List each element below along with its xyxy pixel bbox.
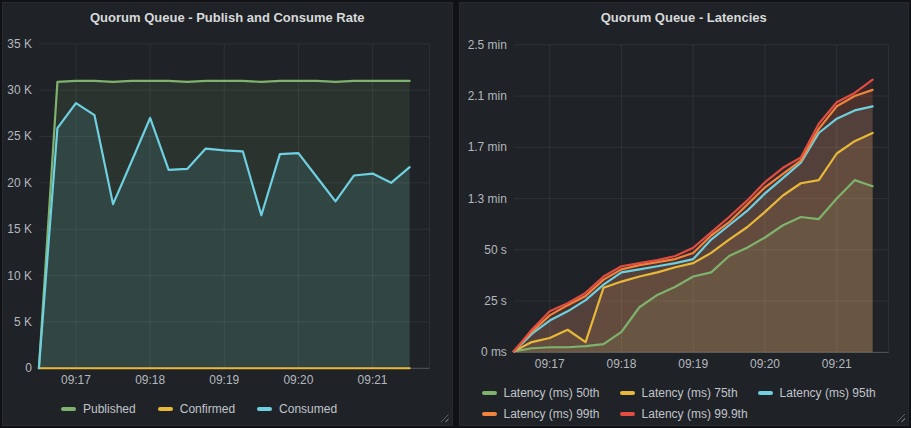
- y-tick-label: 10 K: [7, 269, 32, 283]
- chart-canvas-latencies[interactable]: 0 ms25 s50 s1.3 min1.7 min2.1 min2.5 min…: [460, 3, 909, 425]
- x-tick-label: 09:18: [606, 357, 636, 371]
- y-tick-label: 1.3 min: [467, 192, 506, 206]
- legend-label: Confirmed: [180, 402, 235, 416]
- x-tick-label: 09:21: [358, 373, 388, 387]
- x-tick-label: 09:21: [821, 357, 851, 371]
- legend-item-latency-ms-75th[interactable]: Latency (ms) 75th: [620, 386, 738, 400]
- legend-publish-consume: PublishedConfirmedConsumed: [61, 402, 337, 416]
- legend-label: Published: [83, 402, 136, 416]
- legend-swatch-icon: [758, 391, 773, 395]
- y-tick-label: 30 K: [7, 83, 32, 97]
- legend-item-latency-ms-99-9th[interactable]: Latency (ms) 99.9th: [620, 407, 748, 421]
- x-tick-label: 09:19: [678, 357, 708, 371]
- y-tick-label: 25 K: [7, 129, 32, 143]
- y-tick-label: 5 K: [14, 315, 32, 329]
- y-tick-label: 1.7 min: [467, 140, 506, 154]
- legend-label: Latency (ms) 75th: [642, 386, 738, 400]
- y-tick-label: 35 K: [7, 37, 32, 51]
- y-tick-label: 50 s: [484, 243, 507, 257]
- y-tick-label: 0: [25, 361, 32, 375]
- x-tick-label: 09:17: [61, 373, 91, 387]
- y-tick-label: 25 s: [484, 294, 507, 308]
- y-tick-label: 2.5 min: [467, 38, 506, 52]
- legend-swatch-icon: [158, 407, 173, 411]
- dashboard: Quorum Queue - Publish and Consume Rate …: [0, 0, 911, 428]
- y-tick-label: 0 ms: [480, 345, 506, 359]
- x-tick-label: 09:20: [750, 357, 780, 371]
- y-tick-label: 2.1 min: [467, 89, 506, 103]
- legend-swatch-icon: [482, 391, 497, 395]
- legend-swatch-icon: [482, 412, 497, 416]
- legend-label: Latency (ms) 99.9th: [642, 407, 748, 421]
- x-tick-label: 09:17: [534, 357, 564, 371]
- legend-item-consumed[interactable]: Consumed: [257, 402, 337, 416]
- x-tick-label: 09:20: [283, 373, 313, 387]
- legend-item-latency-ms-50th[interactable]: Latency (ms) 50th: [482, 386, 600, 400]
- panel-latencies: Quorum Queue - Latencies 0 ms25 s50 s1.3…: [459, 2, 910, 426]
- legend-label: Consumed: [279, 402, 337, 416]
- chart-canvas-publish-consume[interactable]: 05 K10 K15 K20 K25 K30 K35 K09:1709:1809…: [3, 3, 452, 425]
- legend-swatch-icon: [620, 391, 635, 395]
- panel-publish-consume-rate: Quorum Queue - Publish and Consume Rate …: [2, 2, 453, 426]
- legend-latencies: Latency (ms) 50thLatency (ms) 75thLatenc…: [482, 386, 886, 421]
- y-tick-label: 15 K: [7, 222, 32, 236]
- legend-swatch-icon: [620, 412, 635, 416]
- legend-item-latency-ms-95th[interactable]: Latency (ms) 95th: [758, 386, 876, 400]
- legend-item-confirmed[interactable]: Confirmed: [158, 402, 235, 416]
- x-tick-label: 09:19: [209, 373, 239, 387]
- panel-title-publish-consume[interactable]: Quorum Queue - Publish and Consume Rate: [3, 3, 452, 25]
- legend-label: Latency (ms) 50th: [504, 386, 600, 400]
- x-tick-label: 09:18: [135, 373, 165, 387]
- panel-title-latencies[interactable]: Quorum Queue - Latencies: [460, 3, 909, 25]
- legend-item-published[interactable]: Published: [61, 402, 136, 416]
- legend-label: Latency (ms) 99th: [504, 407, 600, 421]
- legend-item-latency-ms-99th[interactable]: Latency (ms) 99th: [482, 407, 600, 421]
- legend-label: Latency (ms) 95th: [780, 386, 876, 400]
- y-tick-label: 20 K: [7, 176, 32, 190]
- legend-swatch-icon: [257, 407, 272, 411]
- legend-swatch-icon: [61, 407, 76, 411]
